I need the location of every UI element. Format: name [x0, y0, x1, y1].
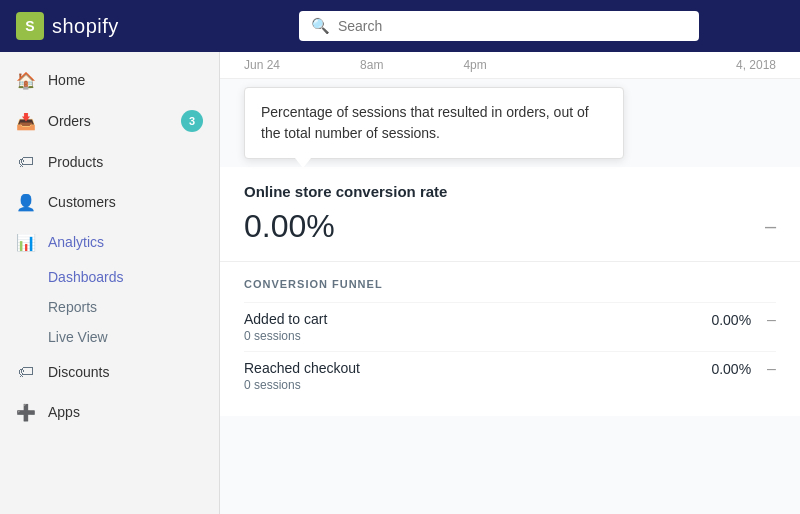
customers-icon: 👤: [16, 192, 36, 212]
funnel-checkout-dash: –: [767, 360, 776, 378]
funnel-row-checkout: Reached checkout 0 sessions 0.00% –: [244, 351, 776, 400]
funnel-row-cart-left: Added to cart 0 sessions: [244, 311, 327, 343]
sidebar-item-products[interactable]: 🏷 Products: [0, 142, 219, 182]
liveview-label: Live View: [48, 329, 108, 345]
metric-section: Online store conversion rate 0.00% –: [220, 167, 800, 261]
sidebar-label-home: Home: [48, 72, 203, 88]
funnel-cart-pct: 0.00%: [711, 312, 751, 328]
sidebar-label-analytics: Analytics: [48, 234, 203, 250]
sidebar-item-customers[interactable]: 👤 Customers: [0, 182, 219, 222]
shopify-logo-text: shopify: [52, 15, 119, 38]
funnel-cart-sub: 0 sessions: [244, 329, 327, 343]
sidebar-label-customers: Customers: [48, 194, 203, 210]
chart-time-strip: Jun 24 8am 4pm 4, 2018: [220, 52, 800, 79]
tooltip-text: Percentage of sessions that resulted in …: [261, 104, 589, 141]
sidebar-sub-liveview[interactable]: Live View: [0, 322, 219, 352]
funnel-row-cart-right: 0.00% –: [711, 311, 776, 329]
funnel-section: CONVERSION FUNNEL Added to cart 0 sessio…: [220, 261, 800, 416]
tooltip-box: Percentage of sessions that resulted in …: [244, 87, 624, 159]
funnel-title: CONVERSION FUNNEL: [244, 278, 776, 290]
sidebar-label-products: Products: [48, 154, 203, 170]
reports-label: Reports: [48, 299, 97, 315]
sidebar-item-discounts[interactable]: 🏷 Discounts: [0, 352, 219, 392]
sidebar-label-apps: Apps: [48, 404, 203, 420]
orders-icon: 📥: [16, 111, 36, 131]
metric-value-row: 0.00% –: [244, 208, 776, 245]
sidebar-item-home[interactable]: 🏠 Home: [0, 60, 219, 100]
sidebar-label-discounts: Discounts: [48, 364, 203, 380]
time-label-jun24: Jun 24: [244, 58, 280, 72]
funnel-row-checkout-left: Reached checkout 0 sessions: [244, 360, 360, 392]
sidebar-label-orders: Orders: [48, 113, 169, 129]
funnel-checkout-pct: 0.00%: [711, 361, 751, 377]
funnel-checkout-sub: 0 sessions: [244, 378, 360, 392]
products-icon: 🏷: [16, 152, 36, 172]
discounts-icon: 🏷: [16, 362, 36, 382]
sidebar-item-analytics[interactable]: 📊 Analytics: [0, 222, 219, 262]
search-input[interactable]: [338, 18, 687, 34]
sidebar: 🏠 Home 📥 Orders 3 🏷 Products 👤 Customers…: [0, 52, 220, 514]
analytics-icon: 📊: [16, 232, 36, 252]
shopify-logo-icon: S: [16, 12, 44, 40]
right-date: 4, 2018: [736, 58, 776, 72]
apps-icon: ➕: [16, 402, 36, 422]
metric-title: Online store conversion rate: [244, 183, 776, 200]
search-icon: 🔍: [311, 17, 330, 35]
orders-badge: 3: [181, 110, 203, 132]
top-header: S shopify 🔍: [0, 0, 800, 52]
main-layout: 🏠 Home 📥 Orders 3 🏷 Products 👤 Customers…: [0, 52, 800, 514]
metric-dash: –: [765, 215, 776, 238]
time-label-8am: 8am: [360, 58, 383, 72]
funnel-row-cart: Added to cart 0 sessions 0.00% –: [244, 302, 776, 351]
sidebar-item-orders[interactable]: 📥 Orders 3: [0, 100, 219, 142]
metric-value: 0.00%: [244, 208, 335, 245]
sidebar-sub-reports[interactable]: Reports: [0, 292, 219, 322]
home-icon: 🏠: [16, 70, 36, 90]
time-label-4pm: 4pm: [463, 58, 486, 72]
sidebar-sub-dashboards[interactable]: Dashboards: [0, 262, 219, 292]
content-area: Jun 24 8am 4pm 4, 2018 Percentage of ses…: [220, 52, 800, 514]
logo-area: S shopify: [16, 12, 119, 40]
sidebar-item-apps[interactable]: ➕ Apps: [0, 392, 219, 432]
funnel-checkout-name: Reached checkout: [244, 360, 360, 376]
funnel-cart-dash: –: [767, 311, 776, 329]
funnel-row-checkout-right: 0.00% –: [711, 360, 776, 378]
funnel-cart-name: Added to cart: [244, 311, 327, 327]
dashboards-label: Dashboards: [48, 269, 124, 285]
search-bar[interactable]: 🔍: [299, 11, 699, 41]
